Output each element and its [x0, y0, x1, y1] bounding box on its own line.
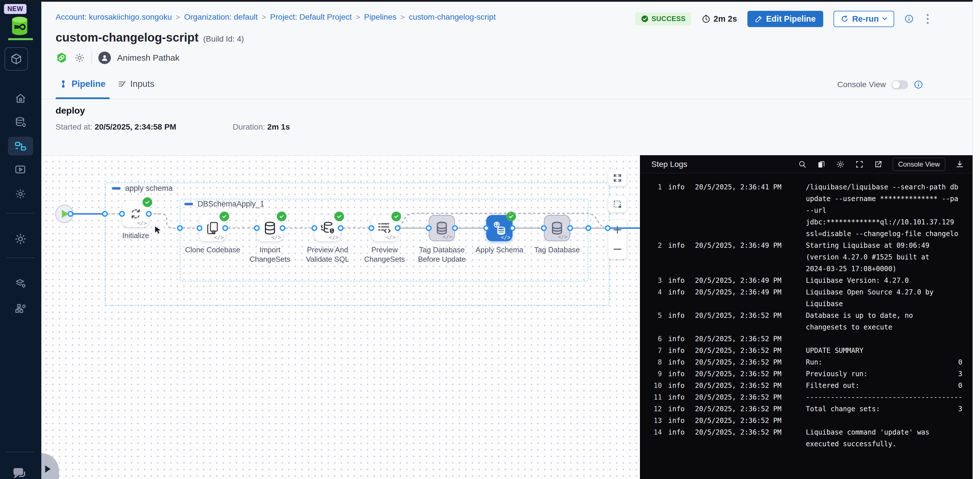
log-message: Liquibase Open Source 4.27.0 by Liquibas… [806, 287, 980, 310]
breadcrumb-link[interactable]: Account: kurosakiichigo.songoku [56, 13, 172, 22]
tab-pipeline[interactable]: Pipeline [59, 79, 105, 89]
stage-summary: deploy Started at: 20/5/2025, 2:34:58 PM… [41, 99, 980, 155]
node-label: Apply Schema [471, 245, 528, 255]
breadcrumb-link[interactable]: custom-changelog-script [409, 13, 496, 22]
sidebar-divider [6, 213, 35, 214]
node-label: Clone Codebase [184, 245, 242, 255]
harness-db-devops-logo-icon[interactable] [8, 15, 31, 37]
sidebar-item-home[interactable] [8, 89, 33, 108]
elapsed-time: 2m 2s [702, 14, 737, 24]
success-check-icon [220, 212, 229, 221]
log-timestamp: 20/5/2025, 2:36:52 PM [695, 427, 800, 450]
codebase-badge-icon[interactable] [56, 52, 68, 64]
step-node-preview-validate-sql[interactable]: </> [314, 215, 340, 241]
rerun-button[interactable]: Re-run [834, 11, 894, 27]
breadcrumb-separator: > [176, 13, 180, 22]
step-node-apply-schema[interactable]: </> [486, 215, 512, 241]
breadcrumb-link[interactable]: Project: Default Project [270, 13, 352, 22]
sidebar-item-executions[interactable] [8, 160, 33, 179]
expand-arrow-icon [44, 465, 52, 474]
sidebar-item-project-settings[interactable] [8, 230, 33, 248]
pipeline-settings-gear-icon[interactable] [74, 52, 85, 63]
log-timestamp: 20/5/2025, 2:36:52 PM [695, 380, 800, 392]
group-label-apply-schema: apply schema [112, 184, 173, 193]
log-line-number: 2 [647, 240, 662, 275]
log-timestamp: 20/5/2025, 2:36:52 PM [695, 392, 800, 403]
log-message: -------------------------------------- [806, 392, 980, 403]
module-active-underline [8, 38, 33, 40]
copy-icon[interactable] [817, 160, 826, 168]
step-node-preview-changesets[interactable]: </> [371, 215, 398, 241]
chevron-down-icon [882, 17, 887, 21]
log-line: 4info20/5/2025, 2:36:49 PMLiquibase Open… [640, 287, 980, 310]
avatar[interactable] [98, 52, 111, 64]
template-code-chip: </> [214, 234, 224, 240]
page-scrollbar[interactable] [973, 0, 980, 479]
execution-action-bar: SUCCESS 2m 2s Edit Pipeline Re-run [635, 9, 932, 29]
database-icon [262, 220, 278, 236]
info-icon[interactable] [914, 80, 923, 89]
sidebar-divider [6, 452, 35, 452]
step-node-clone-codebase[interactable]: </> [199, 215, 226, 241]
pipeline-graph-canvas[interactable]: apply schema DBSchemaApply_1 </> </> [41, 155, 640, 479]
sidebar-item-db-instances[interactable] [8, 113, 33, 132]
sidebar-item-module-settings[interactable] [8, 184, 33, 203]
new-badge: NEW [4, 4, 27, 14]
console-view-toggle[interactable] [892, 80, 908, 89]
log-line-number: 13 [647, 415, 662, 427]
log-timestamp: 20/5/2025, 2:36:49 PM [695, 275, 800, 287]
group-label-dbschemaapply: DBSchemaApply_1 [185, 200, 264, 208]
stage-name: deploy [56, 105, 85, 116]
breadcrumb-link[interactable]: Pipelines [364, 13, 396, 22]
tab-inputs[interactable]: Inputs [118, 79, 154, 89]
success-check-icon [143, 197, 152, 207]
download-icon[interactable] [956, 160, 964, 168]
sidebar-item-org-resources[interactable] [8, 299, 33, 318]
log-message [806, 333, 980, 345]
gear-icon[interactable] [836, 160, 845, 169]
step-node-tag-database[interactable]: </> [544, 215, 570, 241]
log-line: 13info20/5/2025, 2:36:52 PM [640, 415, 980, 427]
success-check-icon [506, 212, 516, 221]
log-timestamp: 20/5/2025, 2:36:52 PM [695, 333, 800, 345]
clone-repo-icon [205, 221, 220, 236]
log-line: 3info20/5/2025, 2:36:49 PMLiquibase Vers… [640, 275, 980, 287]
pipeline-tab-icon [59, 80, 68, 88]
collapse-minus-icon[interactable] [112, 187, 121, 190]
left-panel-expander[interactable] [41, 453, 59, 479]
log-line: 8info20/5/2025, 2:36:52 PMRun: 0 [640, 357, 980, 368]
log-message: Run: 0 [806, 357, 980, 368]
log-entries[interactable]: 1info20/5/2025, 2:36:41 PM/liquibase/liq… [640, 173, 980, 479]
edit-pipeline-button[interactable]: Edit Pipeline [748, 11, 823, 27]
info-icon[interactable] [904, 14, 913, 23]
database-settings-icon [14, 116, 27, 128]
step-node-tag-database-before-update[interactable]: </> [429, 215, 455, 241]
sidebar-item-module-selector[interactable] [5, 47, 28, 71]
sidebar-item-account-resources[interactable] [8, 274, 33, 293]
fullscreen-icon[interactable] [855, 160, 864, 168]
open-in-new-icon[interactable] [874, 160, 883, 168]
more-options-kebab-icon[interactable] [924, 12, 932, 25]
svg-text:?: ? [16, 468, 20, 475]
log-line-number: 4 [647, 287, 662, 310]
zoom-in-button[interactable] [608, 220, 627, 240]
breadcrumb-link[interactable]: Organization: default [184, 13, 258, 22]
step-node-import-changesets[interactable]: </> [257, 215, 283, 241]
zoom-out-button[interactable] [608, 240, 627, 259]
help-chat-icon[interactable]: ? [11, 465, 28, 479]
search-icon[interactable] [798, 160, 807, 168]
canvas-marquee-select-button[interactable] [608, 196, 627, 212]
rerun-refresh-icon [840, 14, 849, 23]
step-node-initialize[interactable]: </> [123, 201, 149, 227]
app-window: NEW [0, 0, 980, 479]
pipeline-name: custom-changelog-script [56, 31, 199, 44]
sidebar-item-pipelines[interactable] [8, 137, 33, 155]
console-view-control: Console View [837, 80, 923, 89]
log-line: 12info20/5/2025, 2:36:52 PMTotal change … [640, 403, 980, 415]
breadcrumb-separator: > [262, 13, 266, 22]
console-view-button[interactable]: Console View [893, 158, 945, 171]
canvas-fullscreen-button[interactable] [608, 170, 627, 186]
template-code-chip: </> [501, 234, 511, 240]
canvas-zoom-controls [608, 220, 627, 259]
collapse-minus-icon[interactable] [185, 203, 193, 205]
